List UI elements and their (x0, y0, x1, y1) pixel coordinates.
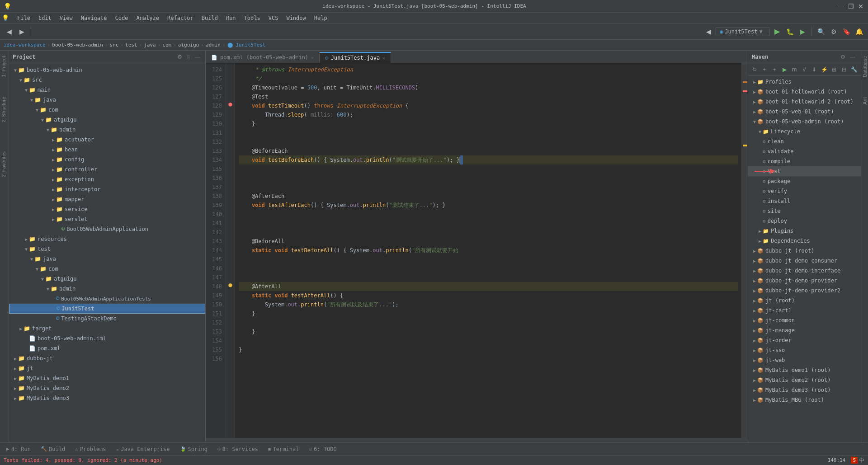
tree-item-junit5test[interactable]: © Junit5Test (9, 304, 205, 314)
tree-item-admin-test[interactable]: ▼ 📁 admin (9, 284, 205, 294)
maven-jt-sso[interactable]: ▶ 📦 jt-sso (748, 345, 861, 355)
tree-item-iml[interactable]: 📄 boot-05-web-admin.iml (9, 333, 205, 343)
maven-add-button[interactable]: + (760, 65, 769, 74)
maven-toggle-button[interactable]: ⚡ (820, 65, 829, 74)
maven-site[interactable]: ⚙ site (748, 206, 861, 216)
tree-item-config[interactable]: ▶ 📁 config (9, 155, 205, 164)
tree-item-src[interactable]: ▼ 📁 src (9, 75, 205, 85)
run-with-coverage-button[interactable]: ▶ (797, 26, 808, 37)
side-tab-project[interactable]: 1: Project (0, 51, 9, 82)
tree-item-main[interactable]: ▼ 📁 main (9, 85, 205, 95)
tree-item-mybatis1[interactable]: ▶ 📁 MyBatis_demo1 (9, 373, 205, 383)
tab-pom-xml[interactable]: 📄 pom.xml (boot-05-web-admin) ✕ (206, 52, 320, 63)
breadcrumb-java[interactable]: java (144, 42, 156, 48)
maven-expand-button[interactable]: ⊞ (830, 65, 839, 74)
tree-item-admin[interactable]: ▼ 📁 admin (9, 125, 205, 135)
project-cog-button[interactable]: ⚙ (175, 53, 184, 61)
tree-item-jt[interactable]: ▶ 📁 jt (9, 363, 205, 373)
close-button[interactable]: ✕ (857, 3, 864, 10)
forward-button[interactable]: ▶ (16, 26, 27, 37)
menu-vcs[interactable]: VCS (265, 14, 282, 22)
breadcrumb-atguigu[interactable]: atguigu (178, 42, 199, 48)
tree-item-mybatis2[interactable]: ▶ 📁 MyBatis_demo2 (9, 383, 205, 393)
bottom-tab-run[interactable]: ▶ 4: Run (2, 444, 35, 455)
horizontal-scrollbar[interactable] (206, 438, 748, 442)
tree-item-service[interactable]: ▶ 📁 service (9, 204, 205, 214)
notifications-button[interactable]: 🔔 (854, 26, 864, 37)
tree-item-target[interactable]: ▶ 📁 target (9, 324, 205, 333)
maven-install[interactable]: ⚙ install (748, 196, 861, 206)
menu-help[interactable]: Help (311, 14, 331, 22)
side-tab-ant[interactable]: Ant (861, 92, 868, 110)
maven-remove-button[interactable]: + (770, 65, 779, 74)
bottom-tab-java-enterprise[interactable]: ☕ Java Enterprise (112, 444, 175, 455)
tab-junit5test-close[interactable]: ✕ (382, 56, 385, 61)
breadcrumb-com[interactable]: com (162, 42, 171, 48)
maven-boot01-2[interactable]: ▶ 📦 boot-01-helloworld-2 (root) (748, 97, 861, 107)
maven-profiles[interactable]: ▶ 📁 Profiles (748, 77, 861, 87)
maven-refresh-button[interactable]: ↻ (750, 65, 759, 74)
menu-window[interactable]: Window (283, 14, 309, 22)
menu-build[interactable]: Build (198, 14, 222, 22)
tree-item-com-test[interactable]: ▼ 📁 com (9, 264, 205, 274)
breadcrumb-src[interactable]: src (110, 42, 119, 48)
tree-item-dubbo-jt[interactable]: ▶ 📁 dubbo-jt (9, 353, 205, 363)
maven-mybatis1[interactable]: ▶ 📦 MyBatis_demo1 (root) (748, 365, 861, 375)
menu-view[interactable]: View (56, 14, 76, 22)
breadcrumb-workspace[interactable]: idea-workspace (4, 42, 46, 48)
bottom-tab-services[interactable]: ⚙ 8: Services (213, 444, 263, 455)
maven-wrench-button[interactable]: 🔧 (849, 65, 859, 74)
debug-button[interactable]: 🐛 (784, 26, 795, 37)
breadcrumb-file[interactable]: ⬤ Junit5Test (227, 42, 266, 48)
search-everywhere-button[interactable]: 🔍 (816, 26, 826, 37)
maven-run-button[interactable]: ▶ (780, 65, 789, 74)
maven-mybatis3[interactable]: ▶ 📦 MyBatis_demo3 (root) (748, 385, 861, 395)
maven-jt-common[interactable]: ▶ 📦 jt-common (748, 315, 861, 325)
run-config-selector[interactable]: ◉ Junit5Test ▼ (716, 27, 770, 36)
code-content[interactable]: * @throws InterruptedException */ @Timeo… (235, 63, 741, 438)
tree-item-mybatis3[interactable]: ▶ 📁 MyBatis_demo3 (9, 393, 205, 403)
maven-plugins[interactable]: ▶ 📁 Plugins (748, 226, 861, 236)
maven-boot01[interactable]: ▶ 📦 boot-01-helloworld (root) (748, 87, 861, 97)
breadcrumb-admin[interactable]: admin (206, 42, 221, 48)
tab-junit5test[interactable]: © Junit5Test.java ✕ (320, 52, 391, 63)
maven-lifecycle[interactable]: ▼ 📁 Lifecycle (748, 127, 861, 136)
side-tab-structure[interactable]: 2: Structure (0, 91, 9, 128)
maven-boot05-webadmin[interactable]: ▼ 📦 boot-05-web-admin (root) (748, 117, 861, 127)
tree-item-interceptor[interactable]: ▶ 📁 interceptor (9, 184, 205, 194)
maven-settings-button[interactable]: ⚙ (838, 52, 847, 61)
project-gear-button[interactable]: ≡ (184, 53, 193, 61)
maven-m-button[interactable]: m (790, 65, 799, 74)
maven-download-button[interactable]: ⬇ (810, 65, 819, 74)
bottom-tab-todo[interactable]: ☑ 6: TODO (304, 444, 341, 455)
menu-edit[interactable]: Edit (35, 14, 55, 22)
tree-item-bean[interactable]: ▶ 📁 bean (9, 145, 205, 155)
menu-file[interactable]: File (14, 14, 34, 22)
tree-item-boot05webadmin[interactable]: ▼ 📁 boot-05-web-admin (9, 65, 205, 75)
maven-boot05-web01[interactable]: ▶ 📦 boot-05-web-01 (root) (748, 107, 861, 117)
breadcrumb-module[interactable]: boot-05-web-admin (52, 42, 103, 48)
settings-button[interactable]: ⚙ (828, 26, 839, 37)
bottom-tab-build[interactable]: 🔨 Build (36, 444, 70, 455)
tree-item-servlet[interactable]: ▶ 📁 servlet (9, 214, 205, 224)
maven-jt[interactable]: ▶ 📦 jt (root) (748, 296, 861, 305)
maven-skip-button[interactable]: // (800, 65, 809, 74)
maven-close-button[interactable]: — (848, 52, 857, 61)
tree-item-exception[interactable]: ▶ 📁 exception (9, 174, 205, 184)
maven-mybatis2[interactable]: ▶ 📦 MyBatis_demo2 (root) (748, 375, 861, 385)
maven-jt-manage[interactable]: ▶ 📦 jt-manage (748, 325, 861, 335)
tree-item-test[interactable]: ▼ 📁 test (9, 244, 205, 254)
maven-dubbo-jt[interactable]: ▶ 📦 dubbo-jt (root) (748, 246, 861, 256)
tree-item-controller[interactable]: ▶ 📁 controller (9, 164, 205, 174)
bottom-tab-problems[interactable]: ⚠ Problems (71, 444, 110, 455)
bottom-tab-terminal[interactable]: ▣ Terminal (264, 444, 303, 455)
tree-item-com[interactable]: ▼ 📁 com (9, 105, 205, 115)
tab-pom-xml-close[interactable]: ✕ (311, 55, 314, 60)
tree-item-boot-app[interactable]: © Boot05WebAdminApplication (9, 224, 205, 234)
back-button[interactable]: ◀ (4, 26, 14, 37)
run-button[interactable]: ▶ (772, 26, 783, 37)
tree-item-atguigu-test[interactable]: ▼ 📁 atguigu (9, 274, 205, 284)
side-tab-favorites[interactable]: 2: Favorites (0, 146, 9, 183)
minimize-button[interactable]: — (837, 3, 844, 10)
maven-validate[interactable]: ⚙ validate (748, 146, 861, 156)
